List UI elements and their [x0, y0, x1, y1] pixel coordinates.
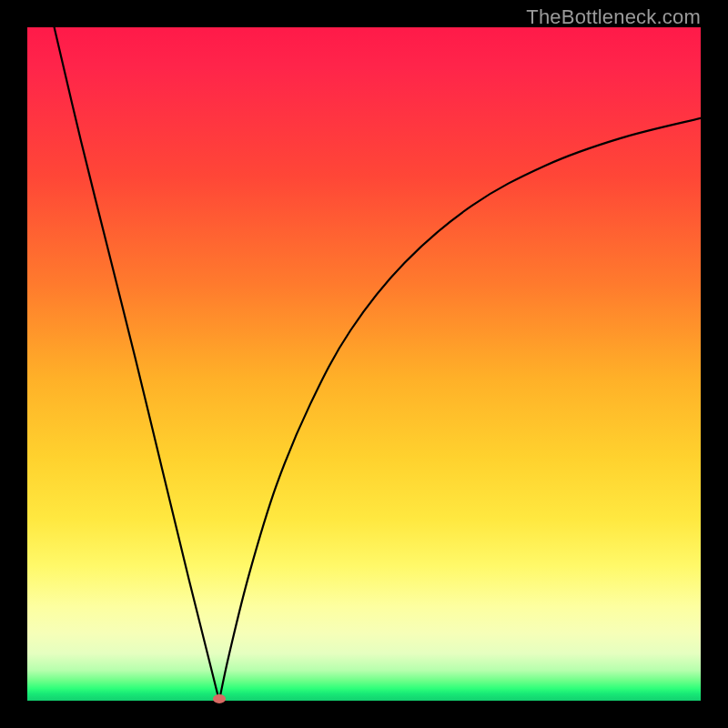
plot-area	[27, 27, 701, 701]
watermark-text: TheBottleneck.com	[526, 5, 701, 29]
bottleneck-curve	[27, 27, 701, 701]
chart-frame: TheBottleneck.com	[0, 0, 728, 728]
cusp-marker	[213, 694, 226, 703]
